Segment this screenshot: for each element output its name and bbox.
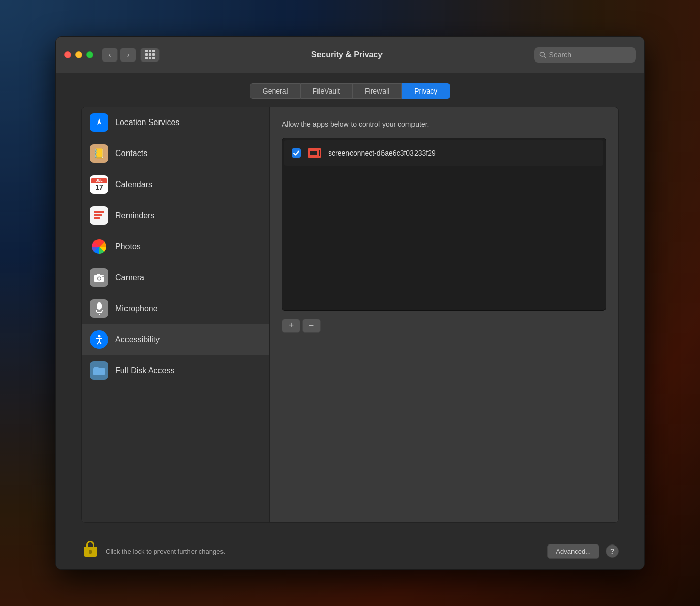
grid-icon [145,50,155,59]
tabs-row: General FileVault Firewall Privacy [56,73,644,107]
sidebar-label-microphone: Microphone [115,304,158,313]
sidebar-label-calendars: Calendars [115,180,152,189]
svg-marker-2 [97,118,101,125]
lock-body-icon [84,547,97,557]
calendar-day: 17 [95,184,103,191]
tab-firewall[interactable]: Firewall [353,83,402,99]
search-icon [539,51,546,58]
advanced-button[interactable]: Advanced... [547,544,599,559]
svg-rect-7 [102,276,104,277]
sidebar-item-photos[interactable]: Photos [82,231,269,262]
photos-wheel-icon [92,239,106,254]
sc-icon-shape [307,147,322,159]
sidebar-item-contacts[interactable]: 📒 Contacts [82,138,269,169]
svg-line-12 [99,341,101,344]
settings-panel: Location Services 📒 Contacts JUL 17 Cale… [81,107,619,523]
window-title: Security & Privacy [160,50,534,59]
maximize-button[interactable] [86,51,93,58]
apps-list: screenconnect-d6ae6c3f03233f29 [282,138,606,311]
reminders-list-icon [92,208,106,223]
svg-line-1 [544,56,546,57]
grid-view-button[interactable] [140,48,160,62]
main-content: Location Services 📒 Contacts JUL 17 Cale… [56,107,644,533]
app-row[interactable]: screenconnect-d6ae6c3f03233f29 [284,140,603,166]
mic-shape-icon [96,302,103,315]
sidebar-item-microphone[interactable]: Microphone [82,293,269,324]
camera-svg-icon [93,273,105,282]
minimize-button[interactable] [75,51,82,58]
lock-status-text: Click the lock to prevent further change… [106,548,321,555]
traffic-lights [64,51,93,58]
lock-button[interactable] [81,541,100,561]
sidebar-item-reminders[interactable]: Reminders [82,200,269,231]
remove-app-button[interactable]: − [302,319,321,333]
accessibility-person-icon [93,334,105,345]
sidebar-item-accessibility[interactable]: Accessibility [82,324,269,355]
photos-icon [90,237,108,256]
disk-icon [90,361,108,380]
tab-general[interactable]: General [250,83,301,99]
help-button[interactable]: ? [606,544,619,558]
calendar-icon: JUL 17 [90,175,108,194]
folder-icon [93,365,105,376]
svg-point-5 [98,277,101,280]
screenconnect-icon [307,145,322,161]
action-buttons: + − [282,319,606,333]
sidebar: Location Services 📒 Contacts JUL 17 Cale… [82,107,270,522]
location-icon [90,113,108,132]
sidebar-label-fulldisk: Full Disk Access [115,366,174,375]
calendar-month: JUL [91,178,107,183]
back-button[interactable]: ‹ [102,48,118,62]
checkmark-icon [293,150,299,156]
close-button[interactable] [64,51,71,58]
app-name: screenconnect-d6ae6c3f03233f29 [328,149,436,157]
camera-icon [90,268,108,287]
sidebar-item-camera[interactable]: Camera [82,262,269,293]
sidebar-label-photos: Photos [115,242,141,251]
accessibility-icon [90,330,108,349]
svg-point-8 [98,335,101,338]
add-app-button[interactable]: + [282,319,300,333]
titlebar: ‹ › Security & Privacy [56,37,644,73]
tab-filevault[interactable]: FileVault [301,83,353,99]
right-panel: Allow the apps below to control your com… [270,107,618,522]
sidebar-item-calendars[interactable]: JUL 17 Calendars [82,169,269,200]
tab-privacy[interactable]: Privacy [402,83,450,99]
app-checkbox[interactable] [292,148,301,158]
sidebar-label-accessibility: Accessibility [115,335,160,344]
search-bar[interactable] [534,47,636,63]
contacts-icon: 📒 [90,144,108,163]
nav-buttons: ‹ › [102,48,136,62]
forward-button[interactable]: › [120,48,136,62]
main-window: ‹ › Security & Privacy General FileVault… [55,36,645,570]
sidebar-label-reminders: Reminders [115,211,154,220]
panel-description: Allow the apps below to control your com… [282,119,606,130]
microphone-icon [90,299,108,318]
contacts-book-icon: 📒 [92,146,106,161]
sidebar-item-location[interactable]: Location Services [82,107,269,138]
sidebar-label-camera: Camera [115,273,144,282]
bottom-bar: Click the lock to prevent further change… [56,533,644,569]
sidebar-label-contacts: Contacts [115,149,147,158]
sidebar-label-location: Location Services [115,118,179,127]
svg-rect-6 [97,274,100,275]
lock-keyhole-icon [89,550,92,554]
search-input[interactable] [549,51,631,59]
reminders-icon [90,206,108,225]
sidebar-item-fulldisk[interactable]: Full Disk Access [82,355,269,386]
